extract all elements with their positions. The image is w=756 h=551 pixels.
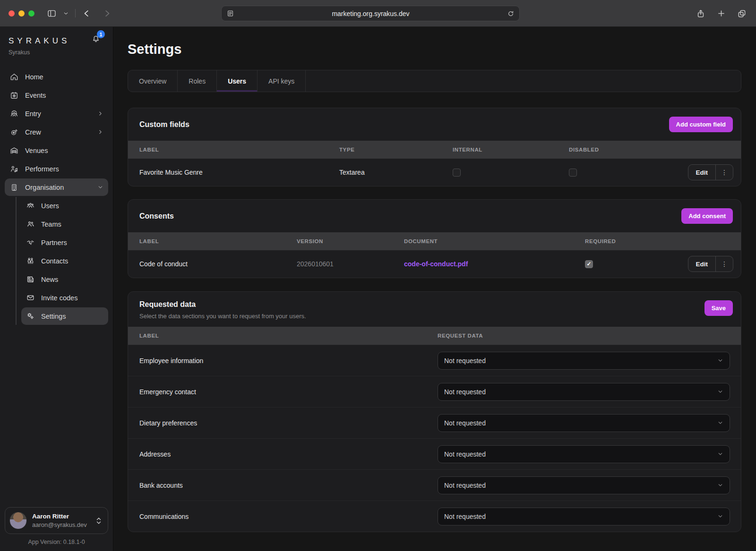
row-label: Dietary preferences [139, 419, 438, 427]
tab-roles[interactable]: Roles [178, 70, 217, 92]
sidebar-item-label: Contacts [41, 257, 68, 265]
teams-icon [26, 220, 35, 229]
chevron-down-icon [717, 513, 723, 519]
request-data-select[interactable]: Not requested [438, 508, 730, 526]
custom-field-row: Favorite Music Genre Textarea Edit ⋮ [128, 159, 741, 186]
notifications-button[interactable]: 1 [91, 34, 101, 44]
sidebar: SYRAKUS Syrakus 1 Home Events Entry [0, 27, 113, 551]
custom-fields-title: Custom fields [139, 120, 189, 129]
select-value: Not requested [444, 357, 486, 365]
back-icon[interactable] [82, 9, 91, 18]
custom-field-type: Textarea [339, 169, 453, 176]
sidebar-item-teams[interactable]: Teams [21, 215, 108, 233]
consent-row: Code of conduct 2026010601 code-of-condu… [128, 250, 741, 278]
request-data-select[interactable]: Not requested [438, 352, 730, 370]
select-value: Not requested [444, 513, 486, 520]
custom-field-label: Favorite Music Genre [139, 169, 339, 176]
users-icon [26, 201, 35, 210]
tab-api-keys[interactable]: API keys [258, 70, 306, 92]
consents-table-header: LABEL VERSION DOCUMENT REQUIRED [128, 232, 741, 250]
sidebar-item-users[interactable]: Users [21, 197, 108, 214]
sidebar-item-label: Entry [25, 110, 41, 118]
add-consent-button[interactable]: Add consent [681, 208, 733, 224]
edit-button[interactable]: Edit [688, 256, 716, 271]
user-menu[interactable]: Aaron Ritter aaron@syrakus.dev [5, 507, 108, 534]
handshake-icon [26, 238, 35, 247]
sidebar-item-partners[interactable]: Partners [21, 234, 108, 251]
request-data-select[interactable]: Not requested [438, 445, 730, 463]
sidebar-item-venues[interactable]: Venues [5, 142, 108, 159]
row-label: Addresses [139, 450, 438, 458]
sidebar-item-entry[interactable]: Entry [5, 105, 108, 122]
chevron-down-icon [717, 482, 723, 488]
consent-version: 2026010601 [297, 260, 404, 268]
chevron-down-icon [717, 420, 723, 426]
disabled-checkbox[interactable] [569, 169, 577, 177]
required-checkbox[interactable] [585, 260, 593, 268]
sidebar-item-contacts[interactable]: Contacts [21, 252, 108, 270]
sidebar-item-crew[interactable]: Crew [5, 123, 108, 141]
close-window-button[interactable] [9, 10, 15, 17]
request-data-select[interactable]: Not requested [438, 383, 730, 401]
sidebar-item-home[interactable]: Home [5, 68, 108, 85]
chevron-down-icon [97, 184, 103, 190]
add-custom-field-button[interactable]: Add custom field [669, 117, 733, 132]
reload-icon[interactable] [507, 10, 515, 17]
tab-label: Roles [189, 77, 206, 85]
sidebar-item-organisation[interactable]: Organisation [5, 178, 108, 196]
traffic-lights [9, 10, 34, 17]
request-data-select[interactable]: Not requested [438, 476, 730, 494]
crew-icon [9, 127, 19, 137]
sidebar-item-settings[interactable]: Settings [21, 307, 108, 325]
consent-document-link[interactable]: code-of-conduct.pdf [404, 260, 468, 268]
gears-icon [26, 312, 35, 321]
select-value: Not requested [444, 482, 486, 489]
sidebar-item-label: Crew [25, 128, 41, 136]
chevron-down-icon [717, 357, 723, 364]
minimize-window-button[interactable] [18, 10, 25, 17]
sidebar-item-events[interactable]: Events [5, 86, 108, 104]
tab-overview[interactable]: Overview [128, 70, 178, 92]
column-header-required: REQUIRED [585, 238, 733, 244]
reader-icon[interactable] [226, 9, 234, 17]
sidebar-toggle-icon[interactable] [47, 8, 57, 18]
notification-badge: 1 [97, 30, 105, 38]
row-label: Emergency contact [139, 388, 438, 396]
select-value: Not requested [444, 450, 486, 458]
kebab-menu-button[interactable]: ⋮ [715, 165, 733, 180]
internal-checkbox[interactable] [453, 169, 461, 177]
column-header-label: LABEL [139, 333, 438, 339]
requested-data-row: Employee information Not requested [128, 345, 741, 376]
address-bar[interactable]: marketing.org.syrakus.dev [221, 6, 520, 21]
requested-data-row: Addresses Not requested [128, 438, 741, 469]
requested-data-row: Emergency contact Not requested [128, 376, 741, 407]
tab-overview-icon[interactable] [737, 9, 747, 18]
forward-icon[interactable] [103, 9, 112, 18]
column-header-document: DOCUMENT [404, 238, 585, 244]
settings-tabs: Overview Roles Users API keys [128, 70, 741, 92]
app-version: App Version: 0.18.1-0 [0, 537, 113, 551]
sidebar-item-label: Users [41, 202, 59, 210]
url-text[interactable]: marketing.org.syrakus.dev [234, 10, 507, 17]
row-actions: Edit ⋮ [688, 256, 734, 272]
sidebar-item-label: News [41, 276, 58, 283]
chevron-down-icon[interactable] [63, 11, 69, 16]
user-name: Aaron Ritter [32, 513, 87, 520]
edit-button[interactable]: Edit [688, 165, 716, 180]
contacts-icon [26, 256, 35, 265]
new-tab-icon[interactable] [717, 9, 726, 18]
zoom-window-button[interactable] [28, 10, 34, 17]
kebab-menu-button[interactable]: ⋮ [715, 256, 733, 271]
organisation-sub-list: Users Teams Partners Contacts News [16, 197, 108, 325]
sidebar-item-performers[interactable]: Performers [5, 160, 108, 178]
sidebar-item-news[interactable]: News [21, 271, 108, 288]
sidebar-item-label: Events [25, 92, 46, 99]
requested-data-row: Bank accounts Not requested [128, 469, 741, 500]
consents-card: Consents Add consent LABEL VERSION DOCUM… [128, 199, 741, 278]
save-button[interactable]: Save [704, 300, 733, 316]
request-data-select[interactable]: Not requested [438, 414, 730, 432]
sidebar-item-invite-codes[interactable]: Invite codes [21, 289, 108, 306]
tab-users[interactable]: Users [217, 70, 258, 92]
share-icon[interactable] [696, 9, 705, 18]
requested-data-row: Communications Not requested [128, 500, 741, 532]
